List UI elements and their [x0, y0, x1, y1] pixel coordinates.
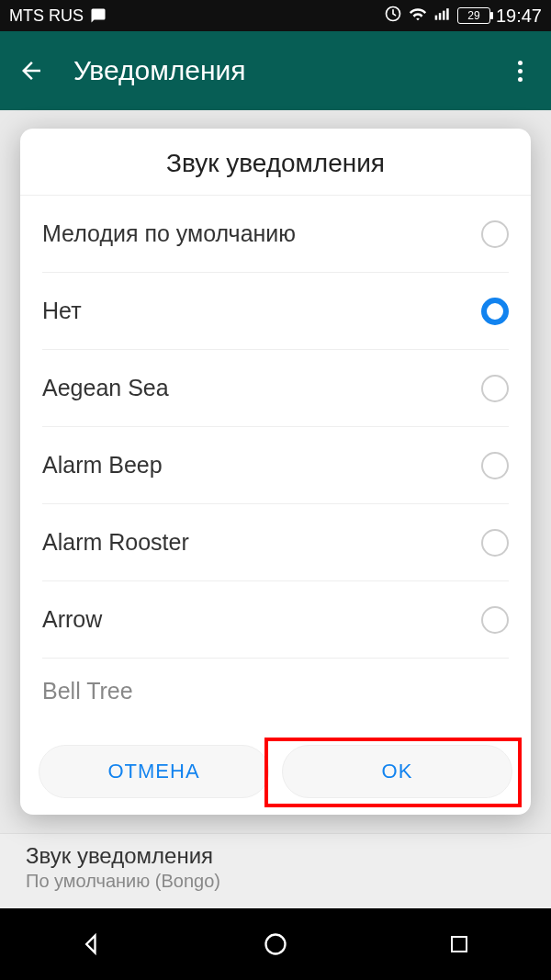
sound-option[interactable]: Aegean Sea: [42, 350, 509, 427]
radio-icon[interactable]: [481, 298, 509, 325]
nav-recents-button[interactable]: [443, 928, 476, 961]
sound-option-list[interactable]: Мелодия по умолчанию Нет Aegean Sea Alar…: [20, 196, 531, 732]
system-nav-bar: [0, 908, 551, 980]
svg-rect-4: [446, 8, 449, 20]
back-button[interactable]: [17, 56, 46, 85]
radio-icon[interactable]: [481, 606, 509, 634]
radio-icon[interactable]: [481, 220, 509, 248]
sound-option[interactable]: Arrow: [42, 581, 509, 659]
sound-option[interactable]: Bell Tree: [42, 668, 509, 714]
ok-button[interactable]: OK: [282, 745, 512, 798]
nav-back-button[interactable]: [75, 928, 108, 961]
sound-option-label: Alarm Beep: [42, 452, 163, 479]
sound-option-label: Aegean Sea: [42, 375, 169, 401]
overflow-menu-button[interactable]: [505, 56, 534, 85]
battery-icon: 29: [457, 7, 490, 24]
sound-option-label: Alarm Rooster: [42, 529, 189, 556]
dialog-button-bar: ОТМЕНА OK: [20, 732, 531, 815]
dnd-icon: [384, 5, 402, 28]
svg-rect-2: [439, 13, 442, 19]
nav-home-button[interactable]: [259, 928, 292, 961]
sound-option-label: Bell Tree: [42, 678, 133, 704]
svg-point-5: [266, 935, 286, 954]
sound-option-label: Нет: [42, 298, 82, 324]
setting-row-notification-sound[interactable]: Звук уведомления По умолчанию (Bongo): [0, 833, 551, 908]
page-title: Уведомления: [73, 55, 246, 86]
sound-option-label: Мелодия по умолчанию: [42, 220, 296, 247]
cancel-button[interactable]: ОТМЕНА: [39, 745, 269, 798]
svg-rect-1: [435, 15, 438, 19]
svg-rect-3: [443, 10, 445, 19]
signal-icon: [433, 5, 452, 28]
carrier-label: MTS RUS: [9, 6, 84, 26]
clock-label: 19:47: [496, 6, 542, 27]
setting-subtitle: По умолчанию (Bongo): [26, 871, 525, 892]
sound-option-label: Arrow: [42, 606, 102, 633]
app-bar: Уведомления: [0, 31, 551, 110]
sound-option[interactable]: Alarm Rooster: [42, 504, 509, 581]
sound-picker-dialog: Звук уведомления Мелодия по умолчанию Не…: [20, 129, 531, 815]
sound-option[interactable]: Alarm Beep: [42, 427, 509, 504]
sound-option[interactable]: Нет: [42, 273, 509, 350]
svg-rect-6: [452, 937, 467, 952]
dialog-title: Звук уведомления: [20, 129, 531, 196]
chat-notification-icon: [89, 7, 107, 24]
status-bar: MTS RUS 29 19:47: [0, 0, 551, 31]
radio-icon[interactable]: [481, 529, 509, 557]
wifi-icon: [408, 4, 428, 28]
sound-option[interactable]: Мелодия по умолчанию: [42, 196, 509, 273]
radio-icon[interactable]: [481, 452, 509, 479]
setting-title: Звук уведомления: [26, 843, 525, 869]
radio-icon[interactable]: [481, 375, 509, 402]
